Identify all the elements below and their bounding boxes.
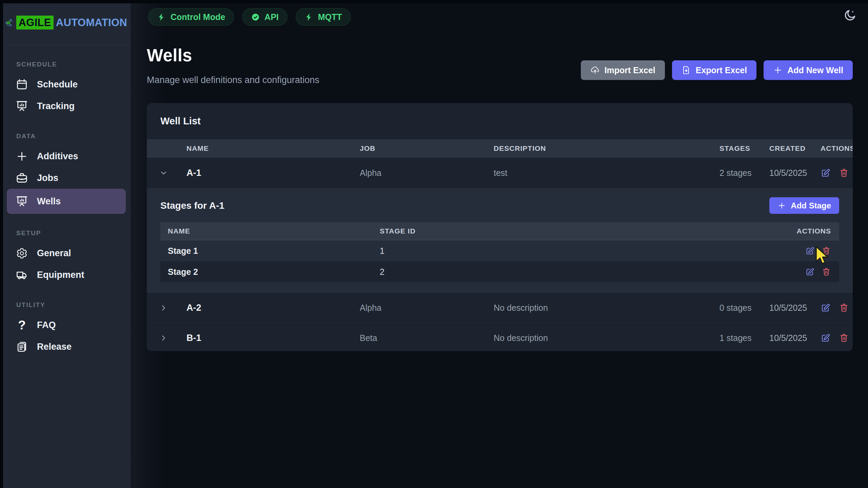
- sidebar-item-additives[interactable]: Additives: [0, 145, 126, 167]
- stages-panel: Stages for A-1 Add Stage NAME STAGE ID A…: [147, 188, 853, 292]
- brand-logo: AGILEAUTOMATION: [0, 0, 131, 45]
- trash-icon: [839, 168, 849, 178]
- well-row-b1[interactable]: B-1 Beta No description 1 stages 10/5/20…: [147, 323, 853, 351]
- sidebar-item-label: General: [37, 248, 71, 259]
- sidebar-item-equipment[interactable]: Equipment: [0, 264, 126, 286]
- add-stage-button[interactable]: Add Stage: [769, 197, 839, 214]
- plus-icon: [16, 150, 28, 163]
- edit-well-button[interactable]: [821, 168, 831, 178]
- question-mark-icon: ?: [16, 319, 28, 331]
- cell-stages: 0 stages: [719, 303, 769, 313]
- section-label-utility: UTILITY: [16, 301, 131, 309]
- button-label: Add New Well: [787, 65, 843, 75]
- edit-pencil-icon: [821, 303, 831, 313]
- expand-row-button[interactable]: [147, 333, 186, 343]
- edit-pencil-icon: [805, 267, 815, 277]
- cell-actions: [821, 303, 849, 313]
- presentation-chart-icon: [16, 195, 28, 208]
- brand-name-primary: AGILE: [16, 16, 54, 29]
- button-label: Add Stage: [791, 201, 831, 210]
- button-label: Import Excel: [605, 65, 655, 75]
- mqtt-status-badge[interactable]: MQTT: [296, 8, 351, 26]
- stage-row-1: Stage 1 1: [160, 240, 839, 261]
- cell-name: A-2: [186, 303, 360, 313]
- export-excel-button[interactable]: Export Excel: [672, 60, 756, 80]
- bolt-icon: [157, 13, 166, 22]
- window-edge-top: [0, 0, 868, 3]
- sidebar-item-label: Schedule: [37, 79, 78, 90]
- cell-stages: 2 stages: [719, 168, 769, 178]
- control-mode-badge[interactable]: Control Mode: [148, 8, 234, 26]
- import-excel-button[interactable]: Import Excel: [581, 60, 665, 80]
- check-circle-icon: [251, 13, 260, 22]
- cell-job: Alpha: [360, 168, 494, 178]
- add-new-well-button[interactable]: Add New Well: [764, 60, 853, 80]
- sidebar-item-schedule[interactable]: Schedule: [0, 74, 126, 95]
- delete-well-button[interactable]: [839, 303, 849, 313]
- cell-stages: 1 stages: [719, 333, 769, 343]
- well-row-a1[interactable]: A-1 Alpha test 2 stages 10/5/2025: [147, 158, 853, 188]
- page-header-text: Wells Manage well definitions and config…: [147, 45, 319, 85]
- sidebar-item-label: Jobs: [37, 173, 58, 183]
- delete-stage-button[interactable]: [822, 267, 831, 277]
- cell-job: Alpha: [360, 303, 494, 313]
- brand-name-secondary: AUTOMATION: [56, 17, 127, 28]
- column-header-name: NAME: [186, 144, 360, 152]
- sidebar-item-general[interactable]: General: [0, 242, 126, 264]
- briefcase-icon: [16, 172, 28, 184]
- trash-icon: [822, 246, 831, 256]
- card-title: Well List: [147, 103, 853, 139]
- plus-icon: [777, 201, 786, 210]
- stage-table-header: NAME STAGE ID ACTIONS: [160, 222, 839, 240]
- trash-icon: [839, 303, 849, 313]
- cell-name: A-1: [186, 168, 360, 178]
- api-status-badge[interactable]: API: [242, 8, 288, 26]
- well-table-header: NAME JOB DESCRIPTION STAGES CREATED ACTI…: [147, 139, 853, 158]
- sidebar-item-label: Tracking: [37, 101, 75, 111]
- cell-job: Beta: [360, 333, 494, 343]
- stage-actions: [760, 246, 831, 256]
- plus-icon: [773, 65, 783, 75]
- stage-id: 1: [380, 246, 760, 256]
- trash-icon: [839, 333, 849, 343]
- stage-row-2: Stage 2 2: [160, 261, 839, 282]
- cell-description: No description: [494, 333, 719, 343]
- delete-well-button[interactable]: [839, 333, 849, 343]
- edit-stage-button[interactable]: [805, 246, 815, 256]
- bolt-icon: [304, 13, 314, 22]
- sidebar-item-faq[interactable]: ? FAQ: [0, 314, 126, 336]
- sidebar-item-release[interactable]: Release: [0, 336, 126, 358]
- stage-column-actions: ACTIONS: [760, 227, 831, 235]
- well-list-card: Well List NAME JOB DESCRIPTION STAGES CR…: [147, 103, 853, 351]
- gear-icon: [16, 247, 28, 260]
- clipboard-document-icon: [16, 341, 28, 353]
- sidebar-nav: SCHEDULE Schedule Tracking DATA Additive…: [0, 61, 131, 358]
- chevron-right-icon: [159, 303, 168, 312]
- edit-stage-button[interactable]: [805, 267, 815, 277]
- collapse-row-button[interactable]: [147, 168, 186, 178]
- sidebar-item-jobs[interactable]: Jobs: [0, 167, 126, 189]
- truck-icon: [16, 269, 28, 281]
- sidebar-item-wells[interactable]: Wells: [7, 189, 126, 214]
- section-label-setup: SETUP: [16, 229, 131, 237]
- theme-toggle-button[interactable]: [843, 9, 856, 24]
- sidebar-item-tracking[interactable]: Tracking: [0, 95, 126, 117]
- brand-logo-icon: [5, 5, 14, 40]
- expand-row-button[interactable]: [147, 303, 186, 312]
- stage-actions: [760, 267, 831, 277]
- stages-panel-title: Stages for A-1: [160, 200, 224, 211]
- edit-well-button[interactable]: [821, 333, 831, 343]
- cell-description: No description: [494, 303, 719, 313]
- delete-stage-button[interactable]: [822, 246, 831, 256]
- stage-name: Stage 1: [168, 246, 380, 256]
- sidebar: AGILEAUTOMATION SCHEDULE Schedule Tracki…: [0, 0, 131, 488]
- well-row-a2[interactable]: A-2 Alpha No description 0 stages 10/5/2…: [147, 292, 853, 323]
- stage-id: 2: [380, 267, 760, 277]
- column-header-stages: STAGES: [719, 144, 769, 152]
- section-label-data: DATA: [16, 133, 131, 140]
- cell-actions: [821, 333, 849, 343]
- edit-well-button[interactable]: [821, 303, 831, 313]
- delete-well-button[interactable]: [839, 168, 849, 178]
- cell-created: 10/5/2025: [769, 333, 821, 343]
- edit-pencil-icon: [805, 246, 815, 256]
